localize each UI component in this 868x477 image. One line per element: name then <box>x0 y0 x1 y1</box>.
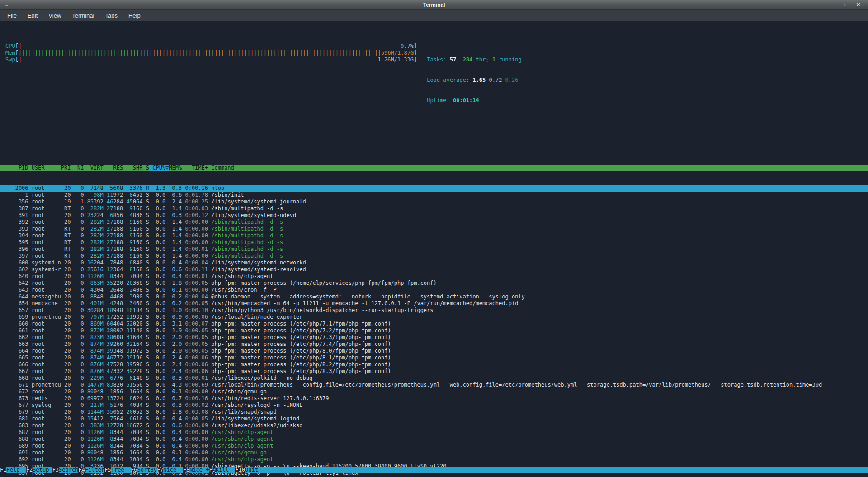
meter-block: CPU[|0.7%]Mem[||||||||||||||||||||||||||… <box>5 43 417 118</box>
menu-help[interactable]: Help <box>128 12 141 19</box>
process-table: 2006 root 20 0 7148 5608 3376 R 1.3 0.3 … <box>0 185 868 477</box>
process-row-673[interactable]: 673 redis 20 0 69972 13724 8624 S 0.0 0.… <box>0 395 868 402</box>
process-row-356[interactable]: 356 root 19 -1 85392 46284 45064 S 0.0 2… <box>0 198 868 205</box>
process-row-691[interactable]: 691 root 20 0 80048 1856 1664 S 0.0 0.1 … <box>0 449 868 456</box>
fnkey-f10[interactable]: F10 <box>235 467 245 473</box>
fnkey-f9[interactable]: F9 <box>209 467 216 473</box>
process-row-602[interactable]: 602 systemd-r 20 0 25616 12364 8168 S 0.… <box>0 266 868 273</box>
menu-terminal[interactable]: Terminal <box>72 12 94 19</box>
function-key-bar: F1Help F2Setup F3SearchF4FilterF5Tree F6… <box>0 467 868 473</box>
process-row-667[interactable]: 667 root 20 0 876M 47332 39228 S 0.0 2.4… <box>0 368 868 375</box>
tasks-line: Tasks: 57, 284 thr; 1 running <box>427 57 522 63</box>
cpu-meter: CPU[|0.7%] <box>5 43 417 50</box>
window-title: Terminal <box>0 2 868 8</box>
process-row-391[interactable]: 391 root 20 0 23224 6856 4836 S 0.0 0.3 … <box>0 212 868 219</box>
process-row-600[interactable]: 600 systemd-n 20 0 16204 7848 6840 S 0.0… <box>0 260 868 266</box>
load-15min: 0.26 <box>505 77 519 83</box>
menu-view[interactable]: View <box>48 12 61 19</box>
running-label: running <box>495 57 522 63</box>
process-row-640[interactable]: 640 root 20 0 1126M 8344 7084 S 0.0 0.4 … <box>0 273 868 280</box>
close-button[interactable]: ✕ <box>856 2 861 8</box>
process-row-689[interactable]: 689 root 20 0 1126M 8344 7084 S 0.0 0.4 … <box>0 443 868 449</box>
titlebar: ⌄ Terminal − + ✕ <box>0 0 868 10</box>
fnlabel-kill[interactable]: Kill <box>216 467 235 473</box>
process-row-2006[interactable]: 2006 root 20 0 7148 5608 3376 R 1.3 0.3 … <box>0 185 868 192</box>
process-row-683[interactable]: 683 root 20 0 383M 12728 10672 S 0.0 0.6… <box>0 422 868 429</box>
menu-tabs[interactable]: Tabs <box>105 12 117 19</box>
process-row-395[interactable]: 395 root RT 0 282M 27188 9160 S 0.0 1.4 … <box>0 239 868 246</box>
process-row-663[interactable]: 663 root 20 0 874M 39260 32164 S 0.0 2.0… <box>0 341 868 348</box>
process-row-661[interactable]: 661 root 20 0 872M 38092 31140 S 0.0 1.9… <box>0 327 868 334</box>
process-row-668[interactable]: 668 root 20 0 229M 6776 6148 S 0.0 0.3 0… <box>0 375 868 382</box>
menu-file[interactable]: File <box>7 12 17 19</box>
process-row-662[interactable]: 662 root 20 0 873M 38608 31604 S 0.0 2.0… <box>0 334 868 341</box>
process-row-393[interactable]: 393 root RT 0 282M 27188 9160 S 0.0 1.4 … <box>0 226 868 232</box>
fnkey-f8[interactable]: F8 <box>183 467 189 473</box>
fnlabel-quit[interactable]: Quit <box>245 467 264 473</box>
cpu-meter-bar: |0.7% <box>19 43 414 50</box>
uptime-label: Uptime: <box>427 97 453 104</box>
process-row-665[interactable]: 665 root 20 0 874M 46772 39196 S 0.0 2.4… <box>0 354 868 361</box>
terminal-content[interactable]: CPU[|0.7%]Mem[||||||||||||||||||||||||||… <box>0 21 868 477</box>
process-row-654[interactable]: 654 memcache 20 0 401M 4248 3460 S 0.0 0… <box>0 300 868 307</box>
process-row-681[interactable]: 681 root 20 0 15412 7564 6616 S 0.0 0.4 … <box>0 416 868 422</box>
tasks-sep: , <box>456 57 462 63</box>
process-row-671[interactable]: 671 prometheu 20 0 1477M 83820 51556 S 0… <box>0 382 868 388</box>
fnlabel-search[interactable]: Search <box>59 467 78 473</box>
fnlabel-nice-[interactable]: Nice - <box>163 467 183 473</box>
stats-block: Tasks: 57, 284 thr; 1 running Load avera… <box>427 43 522 118</box>
load-1min: 1.65 <box>472 77 486 83</box>
thread-label: thr; <box>472 57 492 63</box>
process-row-679[interactable]: 679 root 20 0 1144M 35052 20052 S 0.0 1.… <box>0 409 868 416</box>
process-row-397[interactable]: 397 root RT 0 282M 27188 9160 S 0.0 1.4 … <box>0 253 868 260</box>
thread-count: 284 <box>463 57 473 63</box>
running-count: 1 <box>492 57 495 63</box>
sort-column-cpu[interactable]: CPU%▽ <box>149 165 169 171</box>
fnkey-f7[interactable]: F7 <box>157 467 163 473</box>
process-row-677[interactable]: 677 syslog 20 0 217M 5176 4084 S 0.0 0.3… <box>0 402 868 409</box>
fnlabel-filter[interactable]: Filter <box>85 467 104 473</box>
process-row-392[interactable]: 392 root 20 0 282M 27188 9160 S 0.0 1.4 … <box>0 219 868 226</box>
process-row-692[interactable]: 692 root 20 0 1126M 8344 7084 S 0.0 0.4 … <box>0 456 868 463</box>
process-row-660[interactable]: 660 root 20 0 869M 60404 52020 S 0.0 3.1… <box>0 321 868 327</box>
fnlabel-tree[interactable]: Tree <box>111 467 131 473</box>
swp-meter: Swp[|1.26M/1.33G] <box>5 57 417 63</box>
process-row-687[interactable]: 687 root 20 0 1126M 8344 7084 S 0.0 0.4 … <box>0 429 868 436</box>
maximize-button[interactable]: + <box>844 2 847 8</box>
fnlabel-setup[interactable]: Setup <box>33 467 52 473</box>
process-row-642[interactable]: 642 root 20 0 863M 35220 28368 S 0.0 1.8… <box>0 280 868 287</box>
fnkey-f1[interactable]: F1 <box>0 467 6 473</box>
process-row-657[interactable]: 657 root 20 0 30284 18948 10184 S 0.0 1.… <box>0 307 868 314</box>
process-row-672[interactable]: 672 root 20 0 80048 1856 1664 S 0.0 0.1 … <box>0 388 868 395</box>
fnlabel-help[interactable]: Help <box>6 467 26 473</box>
fnkey-f3[interactable]: F3 <box>52 467 59 473</box>
load-line: Load average: 1.65 0.72 0.26 <box>427 77 522 84</box>
fnkey-f2[interactable]: F2 <box>26 467 33 473</box>
fnkey-f4[interactable]: F4 <box>78 467 85 473</box>
process-row-666[interactable]: 666 root 20 0 876M 47528 39596 S 0.0 2.4… <box>0 361 868 368</box>
process-row-387[interactable]: 387 root RT 0 282M 27188 9160 S 0.0 1.4 … <box>0 205 868 212</box>
fnkey-f6[interactable]: F6 <box>131 467 137 473</box>
menu-edit[interactable]: Edit <box>28 12 38 19</box>
process-row-643[interactable]: 643 root 20 0 4304 2648 2408 S 0.0 0.1 0… <box>0 287 868 293</box>
fnkey-f5[interactable]: F5 <box>104 467 111 473</box>
process-row-688[interactable]: 688 root 20 0 1126M 8344 7084 S 0.0 0.4 … <box>0 436 868 443</box>
swp-meter-bar: |1.26M/1.33G <box>19 57 414 63</box>
process-row-394[interactable]: 394 root RT 0 282M 27188 9160 S 0.0 1.4 … <box>0 232 868 239</box>
mem-meter-bar: ||||||||||||||||||||||||||||||||||||||||… <box>19 50 414 57</box>
mem-meter: Mem[||||||||||||||||||||||||||||||||||||… <box>5 50 417 57</box>
process-table-header[interactable]: PID USER PRI NI VIRT RES SHR S CPU%▽MEM%… <box>0 165 868 171</box>
load-5min: 0.72 <box>489 77 502 83</box>
process-row-1[interactable]: 1 root 20 0 98M 11972 8452 S 0.0 0.6 0:0… <box>0 192 868 198</box>
tasks-label: Tasks: <box>427 57 450 63</box>
htop-header: CPU[|0.7%]Mem[||||||||||||||||||||||||||… <box>0 35 868 118</box>
process-row-644[interactable]: 644 messagebu 20 0 8848 4468 3900 S 0.0 … <box>0 293 868 300</box>
process-row-664[interactable]: 664 root 20 0 874M 39348 31972 S 0.0 2.0… <box>0 348 868 354</box>
process-row-396[interactable]: 396 root RT 0 282M 27188 9160 S 0.0 1.4 … <box>0 246 868 253</box>
tasks-count: 57 <box>450 57 456 63</box>
process-row-659[interactable]: 659 prometheu 20 0 707M 17252 11932 S 0.… <box>0 314 868 321</box>
uptime-line: Uptime: 00:01:14 <box>427 97 522 104</box>
fnlabel-nice+[interactable]: Nice + <box>189 467 209 473</box>
fnlabel-sortby[interactable]: SortBy <box>137 467 157 473</box>
minimize-button[interactable]: − <box>831 2 835 8</box>
